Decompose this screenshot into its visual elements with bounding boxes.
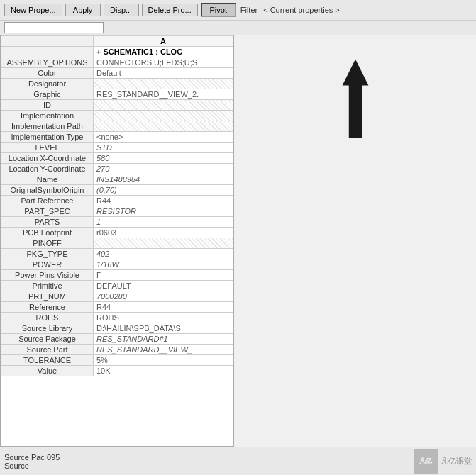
prop-name-cell: PKG_TYPE (1, 249, 94, 259)
prop-name-cell: Part Reference (1, 196, 94, 206)
table-row: Source PackageRES_STANDARD#1 (1, 334, 233, 345)
prop-value-cell: CONNECTORS;U;LEDS;U;S (94, 57, 233, 68)
source-label: Source (4, 462, 60, 470)
table-row: Part ReferenceR44 (1, 196, 233, 206)
prop-value-cell: ROHS (94, 313, 233, 323)
prop-value-cell: Default (94, 68, 233, 79)
source-pac-label: Source Pac 095 (4, 453, 60, 462)
prop-name-cell: TOLERANCE (1, 355, 94, 366)
table-row: Location Y-Coordinate270 (1, 164, 233, 174)
prop-name-cell: Primitive (1, 281, 94, 291)
table-row: OriginalSymbolOrigin(0,70) (1, 185, 233, 196)
prop-value-cell: RES_STANDARD__VIEW_ (94, 345, 233, 355)
table-row: PrimitiveDEFAULT (1, 281, 233, 291)
prop-name-cell: Name (1, 174, 94, 185)
table-row: GraphicRES_STANDARD__VIEW_2. (1, 89, 233, 100)
table-row: LEVELSTD (1, 142, 233, 153)
prop-name-cell: Source Part (1, 345, 94, 355)
search-bar (0, 21, 476, 35)
table-row: ASSEMBLY_OPTIONSCONNECTORS;U;LEDS;U;S (1, 57, 233, 68)
prop-value-cell (94, 79, 233, 89)
disp-button[interactable]: Disp... (104, 4, 139, 16)
table-row: Implementation (1, 111, 233, 121)
prop-value-cell: 1/16W (94, 259, 233, 270)
table-row: ID (1, 100, 233, 111)
watermark-text: 凡亿课堂 (441, 456, 472, 466)
search-input[interactable] (4, 22, 104, 33)
pivot-button[interactable]: Pivot (201, 3, 236, 17)
filter-label: Filter (240, 6, 258, 14)
schematic-name-cell (1, 47, 94, 57)
table-row: Implementation Path (1, 121, 233, 132)
apply-button[interactable]: Apply (65, 4, 101, 16)
toolbar: New Prope... Apply Disp... Delete Pro...… (0, 0, 476, 21)
watermark: 凡亿 凡亿课堂 (414, 449, 472, 474)
content-area: A + SCHEMATIC1 : CLOC ASSEMBLY_OPTIONSCO… (0, 35, 476, 447)
prop-name-cell: PINOFF (1, 238, 94, 249)
prop-name-cell: Designator (1, 79, 94, 89)
prop-value-cell: 5% (94, 355, 233, 366)
table-row: PKG_TYPE402 (1, 249, 233, 259)
prop-name-cell: Location Y-Coordinate (1, 164, 94, 174)
prop-name-cell: Implementation (1, 111, 94, 121)
current-props-label: < Current properties > (263, 6, 340, 14)
table-row: PART_SPECRESISTOR (1, 206, 233, 217)
table-row: Power Pins VisibleΓ (1, 270, 233, 281)
arrow-icon (338, 56, 373, 141)
table-row: TOLERANCE5% (1, 355, 233, 366)
table-row: POWER1/16W (1, 259, 233, 270)
prop-name-cell: OriginalSymbolOrigin (1, 185, 94, 196)
prop-value-cell (94, 100, 233, 111)
prop-name-cell: Power Pins Visible (1, 270, 94, 281)
prop-value-cell: D:\HAILIN\SPB_DATA\S (94, 323, 233, 334)
table-row: ColorDefault (1, 68, 233, 79)
new-prope-button[interactable]: New Prope... (4, 4, 62, 16)
table-row: PINOFF (1, 238, 233, 249)
watermark-icon: 凡亿 (414, 449, 438, 474)
prop-value-cell: R44 (94, 196, 233, 206)
prop-value-cell: RESISTOR (94, 206, 233, 217)
prop-name-cell: Value (1, 366, 94, 376)
prop-value-cell: R44 (94, 302, 233, 313)
table-row: Implementation Type<none> (1, 132, 233, 142)
bottom-bar: Source Pac 095 Source 凡亿 凡亿课堂 (0, 447, 476, 475)
prop-name-cell: Location X-Coordinate (1, 153, 94, 164)
prop-name-cell: PART_SPEC (1, 206, 94, 217)
prop-name-cell: PCB Footprint (1, 228, 94, 238)
prop-name-cell: Source Package (1, 334, 94, 345)
prop-name-cell: PARTS (1, 217, 94, 228)
prop-value-cell: RES_STANDARD#1 (94, 334, 233, 345)
table-row: Source LibraryD:\HAILIN\SPB_DATA\S (1, 323, 233, 334)
prop-value-cell: 10K (94, 366, 233, 376)
prop-value-cell: 580 (94, 153, 233, 164)
table-row: Value10K (1, 366, 233, 376)
prop-value-cell: 7000280 (94, 291, 233, 302)
prop-value-cell (94, 238, 233, 249)
prop-name-cell: POWER (1, 259, 94, 270)
prop-name-cell: ASSEMBLY_OPTIONS (1, 57, 94, 68)
prop-value-cell: (0,70) (94, 185, 233, 196)
table-section: A + SCHEMATIC1 : CLOC ASSEMBLY_OPTIONSCO… (0, 35, 234, 447)
prop-value-cell: DEFAULT (94, 281, 233, 291)
table-row: Designator (1, 79, 233, 89)
table-row: PCB Footprintr0603 (1, 228, 233, 238)
prop-value-cell: INS1488984 (94, 174, 233, 185)
prop-name-cell: ID (1, 100, 94, 111)
delete-pro-button[interactable]: Delete Pro... (142, 4, 198, 16)
prop-value-cell: 270 (94, 164, 233, 174)
prop-name-cell: Graphic (1, 89, 94, 100)
bottom-left: Source Pac 095 Source (4, 453, 60, 470)
main-container: New Prope... Apply Disp... Delete Pro...… (0, 0, 476, 475)
prop-name-cell: ROHS (1, 313, 94, 323)
prop-name-cell: Implementation Path (1, 121, 94, 132)
prop-name-cell: LEVEL (1, 142, 94, 153)
table-row: Source PartRES_STANDARD__VIEW_ (1, 345, 233, 355)
svg-marker-0 (342, 60, 368, 138)
prop-name-cell: Color (1, 68, 94, 79)
table-row: PARTS1 (1, 217, 233, 228)
properties-table: A + SCHEMATIC1 : CLOC ASSEMBLY_OPTIONSCO… (1, 35, 233, 376)
prop-value-cell: r0603 (94, 228, 233, 238)
prop-name-cell: Source Library (1, 323, 94, 334)
schematic-row: + SCHEMATIC1 : CLOC (1, 47, 233, 57)
table-row: ReferenceR44 (1, 302, 233, 313)
